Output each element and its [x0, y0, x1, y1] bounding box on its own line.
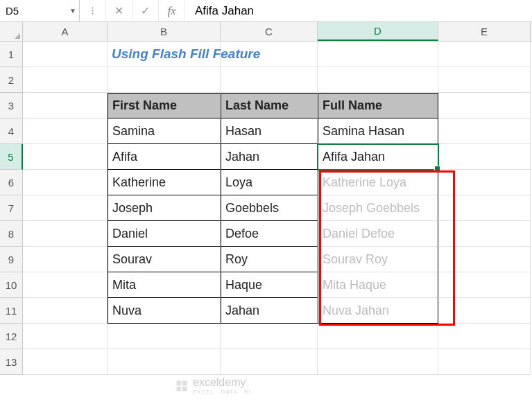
- cell-e11[interactable]: [438, 298, 531, 324]
- table-header-fullname[interactable]: Full Name: [318, 93, 438, 118]
- cell-e3[interactable]: [438, 93, 531, 118]
- row-4: 4 Samina Hasan Samina Hasan: [0, 118, 532, 144]
- cell-a4[interactable]: [23, 118, 108, 144]
- cell-a12[interactable]: [23, 324, 108, 349]
- cell-c2[interactable]: [221, 67, 318, 93]
- cell-b11[interactable]: Nuva: [108, 298, 221, 324]
- cell-c7[interactable]: Goebbels: [221, 195, 318, 221]
- cell-c5[interactable]: Jahan: [221, 144, 318, 170]
- cell-d10-flashfill[interactable]: Mita Haque: [318, 272, 438, 298]
- col-header-a[interactable]: A: [23, 22, 108, 41]
- name-box-dropdown-icon[interactable]: ▼: [69, 7, 76, 15]
- cell-c12[interactable]: [221, 324, 318, 349]
- cell-c4[interactable]: Hasan: [221, 118, 318, 144]
- cell-e13[interactable]: [438, 349, 531, 375]
- cell-d5-active[interactable]: Afifa Jahan: [318, 144, 438, 170]
- cell-e4[interactable]: [438, 118, 531, 144]
- cell-e7[interactable]: [438, 195, 531, 221]
- cell-b7[interactable]: Joseph: [108, 195, 221, 221]
- cell-b4[interactable]: Samina: [108, 118, 221, 144]
- cell-a2[interactable]: [23, 67, 108, 93]
- cell-b1[interactable]: Using Flash Fill Feature: [108, 42, 221, 67]
- row-header-7[interactable]: 7: [0, 195, 23, 221]
- cell-e8[interactable]: [438, 221, 531, 247]
- formula-input[interactable]: Afifa Jahan: [185, 0, 532, 21]
- row-header-9[interactable]: 9: [0, 247, 23, 272]
- cell-a6[interactable]: [23, 170, 108, 195]
- cell-e5[interactable]: [438, 144, 531, 170]
- formula-bar: D5 ▼ ⁝ ✕ ✓ fx Afifa Jahan: [0, 0, 532, 22]
- cell-d12[interactable]: [318, 324, 438, 349]
- cell-c13[interactable]: [221, 349, 318, 375]
- cell-d8-flashfill[interactable]: Daniel Defoe: [318, 221, 438, 247]
- cell-b13[interactable]: [108, 349, 221, 375]
- cell-e1[interactable]: [438, 42, 531, 67]
- cell-c6[interactable]: Loya: [221, 170, 318, 195]
- cell-a9[interactable]: [23, 247, 108, 272]
- cell-c8[interactable]: Defoe: [221, 221, 318, 247]
- cell-a5[interactable]: [23, 144, 108, 170]
- confirm-icon[interactable]: ✓: [132, 0, 159, 21]
- row-6: 6 Katherine Loya Katherine Loya: [0, 170, 532, 195]
- row-3: 3 First Name Last Name Full Name: [0, 93, 532, 118]
- cell-d9-flashfill[interactable]: Sourav Roy: [318, 247, 438, 272]
- cell-a3[interactable]: [23, 93, 108, 118]
- row-header-1[interactable]: 1: [0, 42, 23, 67]
- col-header-b[interactable]: B: [108, 22, 221, 41]
- cell-d6-flashfill[interactable]: Katherine Loya: [318, 170, 438, 195]
- cell-b12[interactable]: [108, 324, 221, 349]
- cell-d7-flashfill[interactable]: Joseph Goebbels: [318, 195, 438, 221]
- cell-e9[interactable]: [438, 247, 531, 272]
- row-header-4[interactable]: 4: [0, 118, 23, 144]
- col-header-e[interactable]: E: [438, 22, 531, 41]
- row-7: 7 Joseph Goebbels Joseph Goebbels: [0, 195, 532, 221]
- cell-d1[interactable]: [318, 42, 438, 67]
- cell-a13[interactable]: [23, 349, 108, 375]
- row-header-11[interactable]: 11: [0, 298, 23, 324]
- row-header-2[interactable]: 2: [0, 67, 23, 93]
- row-header-3[interactable]: 3: [0, 93, 23, 118]
- cell-d13[interactable]: [318, 349, 438, 375]
- cancel-icon[interactable]: ✕: [106, 0, 132, 21]
- cell-c1[interactable]: [221, 42, 318, 67]
- row-header-13[interactable]: 13: [0, 349, 23, 375]
- cell-c11[interactable]: Jahan: [221, 298, 318, 324]
- cell-a8[interactable]: [23, 221, 108, 247]
- cell-a10[interactable]: [23, 272, 108, 298]
- row-header-6[interactable]: 6: [0, 170, 23, 195]
- cell-b6[interactable]: Katherine: [108, 170, 221, 195]
- cell-b2[interactable]: [108, 67, 221, 93]
- row-header-5[interactable]: 5: [0, 144, 23, 170]
- cell-d2[interactable]: [318, 67, 438, 93]
- cell-b9[interactable]: Sourav: [108, 247, 221, 272]
- fx-icon[interactable]: fx: [159, 0, 185, 21]
- cell-a11[interactable]: [23, 298, 108, 324]
- options-icon[interactable]: ⁝: [80, 0, 106, 21]
- active-cell-text: Afifa Jahan: [323, 150, 385, 164]
- col-header-c[interactable]: C: [221, 22, 318, 41]
- cell-a7[interactable]: [23, 195, 108, 221]
- col-header-d[interactable]: D: [318, 22, 438, 41]
- cell-e6[interactable]: [438, 170, 531, 195]
- table-header-firstname[interactable]: First Name: [108, 93, 221, 118]
- row-header-12[interactable]: 12: [0, 324, 23, 349]
- table-header-lastname[interactable]: Last Name: [221, 93, 318, 118]
- row-header-10[interactable]: 10: [0, 272, 23, 298]
- cell-c9[interactable]: Roy: [221, 247, 318, 272]
- row-header-8[interactable]: 8: [0, 221, 23, 247]
- cell-d4[interactable]: Samina Hasan: [318, 118, 438, 144]
- cell-b5[interactable]: Afifa: [108, 144, 221, 170]
- name-box[interactable]: D5 ▼: [0, 0, 80, 21]
- cell-c10[interactable]: Haque: [221, 272, 318, 298]
- cell-e12[interactable]: [438, 324, 531, 349]
- cell-e10[interactable]: [438, 272, 531, 298]
- select-all-corner[interactable]: [0, 22, 23, 41]
- cell-e2[interactable]: [438, 67, 531, 93]
- cell-b8[interactable]: Daniel: [108, 221, 221, 247]
- row-8: 8 Daniel Defoe Daniel Defoe: [0, 221, 532, 247]
- row-13: 13: [0, 349, 532, 375]
- cell-d11-flashfill[interactable]: Nuva Jahan: [318, 298, 438, 324]
- row-5: 5 Afifa Jahan Afifa Jahan: [0, 144, 532, 170]
- cell-a1[interactable]: [23, 42, 108, 67]
- cell-b10[interactable]: Mita: [108, 272, 221, 298]
